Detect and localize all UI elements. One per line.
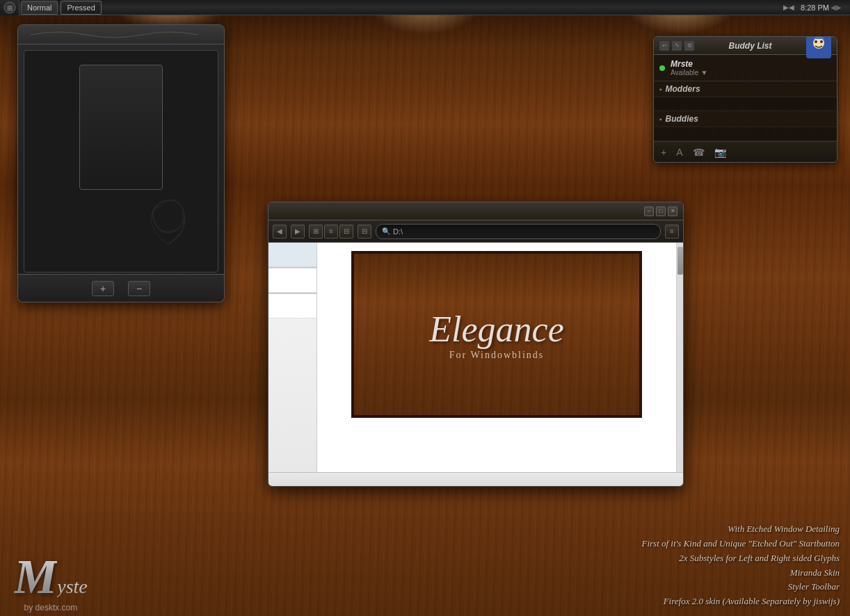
tray-arrows: ◀▶ bbox=[831, 3, 842, 11]
buddy-group-modders[interactable]: ▪ Modders bbox=[654, 81, 837, 97]
buddies-content bbox=[654, 127, 837, 141]
taskbar: ⊞ Normal Pressed ▶◀ 8:28 PM ◀▶ bbox=[0, 0, 850, 15]
left-panel-content bbox=[24, 50, 218, 273]
feature-line-3: 2x Substyles for Left and Right sided Gl… bbox=[641, 551, 840, 566]
preview-subtitle: For Windowblinds bbox=[449, 350, 545, 361]
system-clock: 8:28 PM bbox=[801, 3, 829, 12]
fm-search-icon: 🔍 bbox=[382, 227, 390, 235]
fm-panel-btn[interactable]: ⊟ bbox=[358, 225, 371, 238]
svg-point-5 bbox=[820, 40, 823, 43]
feature-line-2: First of it's Kind and Unique "Etched Ou… bbox=[641, 537, 840, 551]
text-chat-btn[interactable]: A bbox=[676, 147, 682, 158]
group-buddies-label: Buddies bbox=[666, 114, 698, 124]
start-button[interactable]: ⊞ bbox=[0, 0, 19, 15]
fm-close-btn[interactable]: ✕ bbox=[668, 206, 677, 216]
buddy-icon-3[interactable]: ⚙ bbox=[684, 41, 694, 51]
fm-view-buttons: ⊞ ≡ ⊟ bbox=[309, 225, 353, 238]
fm-toolbar: ◀ ▶ ⊞ ≡ ⊟ ⊟ 🔍 D:\ ≡ bbox=[268, 220, 683, 243]
fm-sidebar-item-2[interactable] bbox=[268, 268, 316, 293]
group-modders-label: Modders bbox=[666, 84, 700, 94]
fm-titlebar: − □ ✕ bbox=[268, 202, 683, 220]
feature-line-5: Styler Toolbar bbox=[641, 580, 840, 594]
logo-text: M yste bbox=[14, 553, 88, 601]
buddy-list-titlebar: ↩ ✎ ⚙ Buddy List bbox=[654, 37, 837, 55]
add-buddy-btn[interactable]: + bbox=[661, 147, 666, 158]
swirl-decoration bbox=[134, 188, 204, 258]
logo: M yste by desktx.com bbox=[14, 553, 88, 613]
fm-minimize-btn[interactable]: − bbox=[644, 206, 654, 216]
buddy-user-info: Mrste Available ▼ bbox=[671, 59, 831, 76]
remove-button[interactable]: − bbox=[128, 281, 150, 296]
start-icon: ⊞ bbox=[3, 1, 16, 14]
svg-text:⊞: ⊞ bbox=[7, 4, 13, 12]
header-decoration bbox=[24, 28, 218, 42]
logo-name: yste bbox=[57, 576, 88, 598]
logo-letter-m: M bbox=[14, 553, 57, 601]
fm-scroll-thumb[interactable] bbox=[677, 247, 683, 275]
fm-address-bar[interactable]: 🔍 D:\ bbox=[376, 224, 661, 239]
fm-back-btn[interactable]: ◀ bbox=[273, 225, 287, 238]
fm-sidebar-item-3[interactable] bbox=[268, 294, 316, 318]
fm-icon-view-btn[interactable]: ⊞ bbox=[309, 225, 323, 238]
fm-status-bar bbox=[268, 472, 683, 486]
buddy-group-buddies[interactable]: ▪ Buddies bbox=[654, 111, 837, 127]
feature-line-6: Firefox 2.0 skin (Available Separately b… bbox=[641, 594, 840, 609]
buddy-username: Mrste bbox=[671, 59, 831, 69]
pressed-tab[interactable]: Pressed bbox=[61, 1, 101, 15]
group-collapse-icon: ▪ bbox=[659, 86, 662, 93]
fm-sidebar bbox=[268, 243, 317, 472]
status-indicator bbox=[659, 65, 665, 71]
group-collapse-icon-2: ▪ bbox=[659, 115, 662, 123]
left-panel: + − bbox=[17, 24, 225, 302]
buddy-status[interactable]: Available ▼ bbox=[671, 69, 831, 76]
add-button[interactable]: + bbox=[92, 281, 114, 296]
buddy-list-title: Buddy List bbox=[729, 41, 772, 51]
voice-chat-btn[interactable]: ☎ bbox=[693, 147, 705, 158]
video-chat-btn[interactable]: 📷 bbox=[714, 147, 726, 158]
logo-byline: by desktx.com bbox=[14, 603, 88, 613]
buddy-icon-2[interactable]: ✎ bbox=[672, 41, 682, 51]
fm-main-content: Elegance For Windowblinds bbox=[317, 243, 676, 472]
fm-address-text: D:\ bbox=[393, 227, 655, 236]
buddy-list: ↩ ✎ ⚙ Buddy List Mrste Available ▼ bbox=[653, 36, 837, 163]
buddy-list-icons: ↩ ✎ ⚙ bbox=[659, 41, 694, 51]
fm-window-controls: − □ ✕ bbox=[644, 206, 677, 216]
buddy-user-row: Mrste Available ▼ bbox=[654, 55, 837, 81]
fm-body: Elegance For Windowblinds bbox=[268, 243, 683, 472]
fm-sidebar-item-1[interactable] bbox=[268, 243, 316, 267]
left-panel-footer: + − bbox=[18, 274, 224, 302]
preview-title: Elegance bbox=[429, 309, 563, 350]
normal-tab[interactable]: Normal bbox=[21, 1, 58, 15]
fm-detail-view-btn[interactable]: ⊟ bbox=[339, 225, 353, 238]
feature-line-4: Miranda Skin bbox=[641, 566, 840, 581]
fm-options-btn[interactable]: ≡ bbox=[665, 225, 679, 238]
feature-line-1: With Etched Window Detailing bbox=[641, 522, 840, 537]
fm-forward-btn[interactable]: ▶ bbox=[291, 225, 305, 238]
file-manager: − □ ✕ ◀ ▶ ⊞ ≡ ⊟ ⊟ 🔍 D:\ ≡ bbox=[268, 202, 684, 487]
buddy-icon-1[interactable]: ↩ bbox=[659, 41, 669, 51]
modders-content bbox=[654, 97, 837, 111]
buddy-avatar bbox=[806, 36, 831, 58]
svg-point-4 bbox=[815, 40, 817, 43]
fm-list-view-btn[interactable]: ≡ bbox=[324, 225, 338, 238]
buddy-list-footer: + A ☎ 📷 bbox=[654, 141, 837, 162]
inner-display bbox=[79, 65, 163, 190]
tray-icons: ▶◀ bbox=[783, 3, 794, 11]
fm-preview-image: Elegance For Windowblinds bbox=[351, 251, 642, 418]
fm-maximize-btn[interactable]: □ bbox=[656, 206, 666, 216]
left-panel-header bbox=[18, 25, 224, 44]
feature-text: With Etched Window Detailing First of it… bbox=[641, 522, 840, 609]
fm-scrollbar[interactable] bbox=[676, 243, 683, 472]
